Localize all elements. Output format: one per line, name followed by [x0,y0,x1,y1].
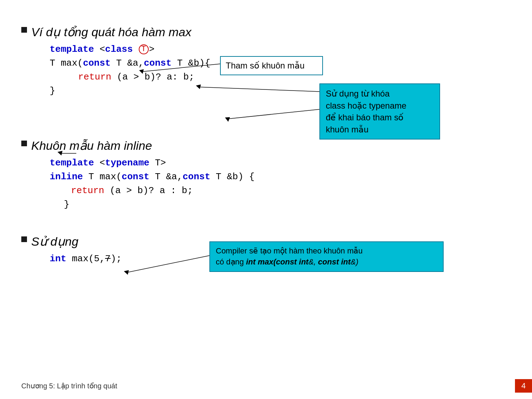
section3: Sử dụng int max(5,7); [21,234,122,266]
annotation-su-dung-tu-khoa: Sử dụng từ khóaclass hoặc typenameđể kha… [319,83,440,140]
code-line-1-1: template <class T> [50,43,210,56]
code-line-2-2: inline T max(const T &a,const T &b) { [50,170,254,184]
bullet-title-3: Sử dụng [31,234,78,248]
svg-line-2 [198,87,319,92]
section1: Ví dụ tổng quát hóa hàm max template <cl… [21,25,210,98]
code-block-3: int max(5,7); [50,252,122,266]
code-block-1: template <class T> T max(const T &a,cons… [50,43,210,98]
svg-marker-9 [124,270,129,275]
code-line-1-3: return (a > b)? a: b; [50,70,210,84]
bullet-square-3 [21,236,27,242]
bullet-title-2: Khuôn mẫu hàm inline [31,138,152,153]
annotation-compiler: Compiler sẽ tạo một hàm theo khuôn mẫucó… [209,241,444,272]
bullet-item-1: Ví dụ tổng quát hóa hàm max [21,25,210,39]
t-circle: T [139,44,149,54]
bullet-square-2 [21,141,27,146]
footer-chapter: Chương 5: Lập trình tổng quát [21,382,117,390]
bullet-item-2: Khuôn mẫu hàm inline [21,138,254,153]
code-line-2-4: } [50,198,254,212]
svg-marker-5 [225,117,230,122]
footer: Chương 5: Lập trình tổng quát 4 [21,379,532,393]
bullet-item-3: Sử dụng [21,234,122,248]
kw-template-1: template [50,44,94,55]
page-number: 4 [515,379,532,393]
svg-line-4 [227,109,319,119]
annotation-tham-so: Tham số khuôn mẫu [220,56,323,75]
bullet-title-1: Ví dụ tổng quát hóa hàm max [31,25,191,39]
code-block-2: template <typename T> inline T max(const… [50,156,254,212]
bullet-square-1 [21,27,27,33]
code-line-2-1: template <typename T> [50,156,254,170]
svg-line-8 [126,256,209,273]
code-line-2-3: return (a > b)? a : b; [50,184,254,198]
code-line-3-1: int max(5,7); [50,252,122,266]
code-line-1-4: } [50,84,210,98]
code-line-1-2: T max(const T &a,const T &b){ [50,56,210,70]
section2: Khuôn mẫu hàm inline template <typename … [21,138,254,212]
